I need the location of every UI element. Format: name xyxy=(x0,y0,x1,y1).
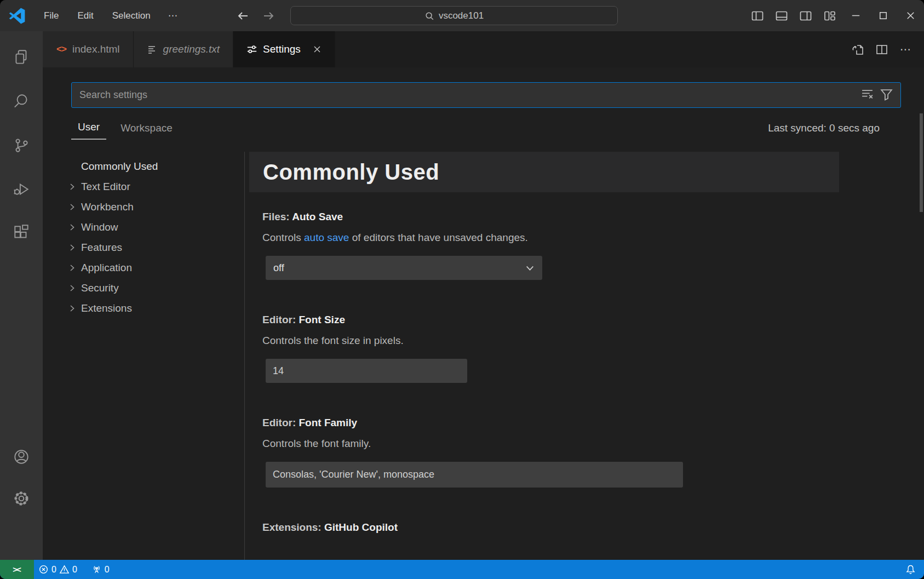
menu-more-button[interactable]: ⋯ xyxy=(162,7,185,25)
auto-save-dropdown[interactable]: off xyxy=(266,256,542,280)
setting-category: Editor: xyxy=(262,314,296,325)
open-settings-json-button[interactable] xyxy=(846,39,867,60)
html-file-icon: <> xyxy=(56,44,67,55)
account-icon xyxy=(12,448,31,466)
font-family-input[interactable] xyxy=(266,462,683,488)
toc-item-extensions[interactable]: Extensions xyxy=(43,298,244,318)
more-actions-button[interactable]: ⋯ xyxy=(897,43,915,56)
setting-extensions-github-copilot: Extensions: GitHub Copilot xyxy=(262,521,924,534)
settings-search-actions xyxy=(860,88,893,101)
problems-indicator[interactable]: 0 0 xyxy=(34,560,82,579)
warning-icon xyxy=(59,564,70,575)
last-synced-label: Last synced: 0 secs ago xyxy=(768,122,880,140)
chevron-right-icon xyxy=(68,223,81,232)
toc-item-security[interactable]: Security xyxy=(43,278,244,298)
run-debug-button[interactable] xyxy=(8,176,35,202)
command-center-search[interactable]: vscode101 xyxy=(290,6,618,25)
minimize-icon xyxy=(850,9,862,22)
search-view-button[interactable] xyxy=(8,88,35,114)
editor-actions: ⋯ xyxy=(846,31,924,67)
setting-category: Files: xyxy=(262,211,290,222)
toc-item-window[interactable]: Window xyxy=(43,217,244,237)
accounts-button[interactable] xyxy=(8,444,35,470)
auto-save-link[interactable]: auto save xyxy=(304,232,349,243)
settings-editor: User Workspace Last synced: 0 secs ago C… xyxy=(43,67,924,560)
toc-item-text-editor[interactable]: Text Editor xyxy=(43,176,244,197)
tab-index-html[interactable]: <> index.html xyxy=(43,31,134,67)
open-settings-json-icon xyxy=(850,43,863,56)
setting-name: GitHub Copilot xyxy=(324,521,398,533)
main-row: <> index.html greetings.txt Settings xyxy=(0,31,924,560)
settings-toc: Commonly Used Text Editor Workbench xyxy=(43,152,245,560)
explorer-button[interactable] xyxy=(8,44,35,71)
tab-greetings-txt[interactable]: greetings.txt xyxy=(134,31,234,67)
menu-selection[interactable]: Selection xyxy=(105,7,158,25)
customize-layout-icon xyxy=(823,9,836,22)
source-control-button[interactable] xyxy=(8,132,35,158)
ports-indicator[interactable]: 0 xyxy=(87,560,114,579)
scrollbar-thumb[interactable] xyxy=(920,113,923,212)
extensions-button[interactable] xyxy=(8,220,35,246)
setting-title: Editor: Font Family xyxy=(262,417,924,429)
toggle-primary-sidebar-button[interactable] xyxy=(745,0,770,31)
toc-label: Workbench xyxy=(81,201,134,213)
extensions-icon xyxy=(12,223,31,242)
chevron-right-icon xyxy=(68,304,81,313)
close-icon xyxy=(313,45,322,54)
menu-file[interactable]: File xyxy=(36,7,66,25)
toc-item-features[interactable]: Features xyxy=(43,237,244,257)
titlebar-left: File Edit Selection ⋯ xyxy=(0,7,185,25)
description-text: of editors that have unsaved changes. xyxy=(349,232,527,243)
font-size-input[interactable] xyxy=(266,359,467,383)
filter-icon[interactable] xyxy=(880,88,893,101)
activity-bar-bottom xyxy=(8,444,35,560)
toc-item-workbench[interactable]: Workbench xyxy=(43,197,244,217)
chevron-right-icon xyxy=(68,182,81,191)
status-bar-right xyxy=(905,560,924,579)
layout-sidebar-right-icon xyxy=(799,9,812,22)
history-nav xyxy=(237,0,275,31)
customize-layout-button[interactable] xyxy=(818,0,842,31)
settings-body: Commonly Used Text Editor Workbench xyxy=(43,152,924,560)
split-editor-button[interactable] xyxy=(871,39,892,60)
close-window-button[interactable] xyxy=(897,0,924,31)
setting-category: Editor: xyxy=(262,417,296,428)
tab-label: greetings.txt xyxy=(163,43,220,55)
command-center-text: vscode101 xyxy=(439,10,484,21)
setting-editor-font-family: Editor: Font Family Controls the font fa… xyxy=(262,417,924,488)
toggle-panel-button[interactable] xyxy=(770,0,794,31)
clear-search-icon[interactable] xyxy=(860,88,874,101)
tab-settings[interactable]: Settings xyxy=(233,31,335,67)
toc-label: Application xyxy=(81,262,132,274)
bell-icon[interactable] xyxy=(905,564,916,575)
setting-name: Auto Save xyxy=(292,211,343,222)
toggle-secondary-sidebar-button[interactable] xyxy=(794,0,818,31)
forward-arrow-icon[interactable] xyxy=(262,9,275,22)
scope-tab-workspace[interactable]: Workspace xyxy=(114,122,179,140)
settings-gear-button[interactable] xyxy=(8,485,35,512)
chevron-down-icon xyxy=(525,263,535,273)
maximize-button[interactable] xyxy=(869,0,897,31)
git-branch-icon xyxy=(12,136,31,154)
description-text: Controls xyxy=(262,232,304,243)
settings-search-row xyxy=(43,67,924,108)
menu-edit[interactable]: Edit xyxy=(70,7,101,25)
titlebar-right xyxy=(745,0,924,31)
setting-title: Extensions: GitHub Copilot xyxy=(262,521,924,534)
toc-item-commonly-used[interactable]: Commonly Used xyxy=(43,156,244,176)
chevron-right-icon xyxy=(68,203,81,211)
status-bar: >< 0 0 0 xyxy=(0,560,924,579)
close-tab-button[interactable] xyxy=(313,45,322,54)
remote-indicator[interactable]: >< xyxy=(0,560,34,579)
settings-search-input[interactable] xyxy=(71,82,901,108)
toc-item-application[interactable]: Application xyxy=(43,257,244,278)
setting-editor-font-size: Editor: Font Size Controls the font size… xyxy=(262,314,924,383)
toc-label: Window xyxy=(81,221,118,233)
setting-description: Controls the font family. xyxy=(262,438,924,450)
minimize-button[interactable] xyxy=(842,0,869,31)
tab-bar: <> index.html greetings.txt Settings xyxy=(43,31,924,67)
scope-tab-user[interactable]: User xyxy=(71,121,106,140)
vscode-logo-icon xyxy=(9,8,25,24)
setting-description: Controls the font size in pixels. xyxy=(262,335,924,347)
back-arrow-icon[interactable] xyxy=(237,9,250,22)
